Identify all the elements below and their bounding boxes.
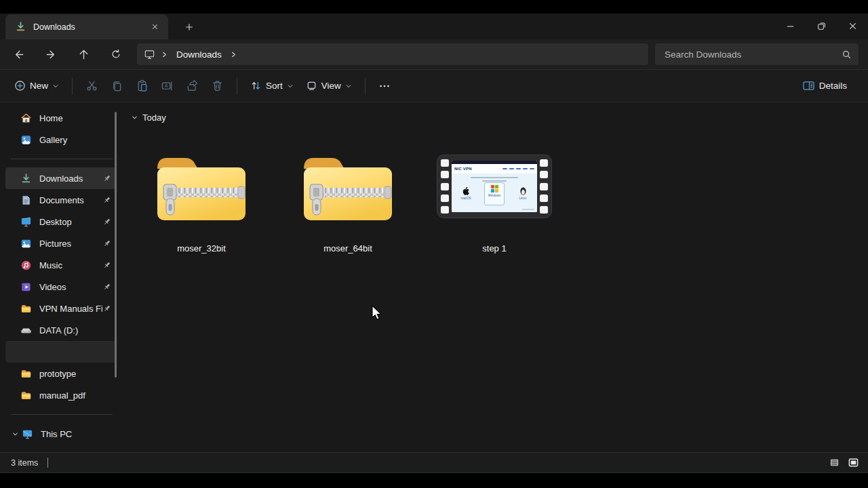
more-options-button[interactable] <box>372 74 397 98</box>
sidebar-item-label: Music <box>39 260 102 270</box>
pin-icon <box>102 261 111 270</box>
sidebar-item-music[interactable]: Music <box>5 254 115 276</box>
sidebar-item-label: prototype <box>39 369 111 379</box>
chevron-down-icon <box>129 112 140 123</box>
sidebar-item-home[interactable]: Home <box>5 107 115 129</box>
navigation-bar: Downloads <box>0 39 868 70</box>
close-window-button[interactable] <box>837 14 868 38</box>
content-area: HomeGallery DownloadsDocumentsDesktopPic… <box>0 102 868 452</box>
sort-button[interactable]: Sort <box>244 74 300 98</box>
chevron-right-icon[interactable] <box>161 51 168 58</box>
sidebar-item-gallery[interactable]: Gallery <box>5 129 115 150</box>
breadcrumb-segment-downloads[interactable]: Downloads <box>174 48 224 61</box>
command-toolbar: New A Sort <box>0 70 868 102</box>
sidebar-item-label: DATA (D:) <box>39 325 111 336</box>
folder-icon <box>20 303 32 314</box>
sidebar-item-this-pc[interactable]: This PC <box>5 423 115 445</box>
drive-icon <box>20 325 32 336</box>
filmstrip-holes <box>441 159 449 214</box>
music-icon <box>20 260 32 271</box>
back-button[interactable] <box>7 43 30 66</box>
refresh-button[interactable] <box>104 43 127 66</box>
sort-button-label: Sort <box>266 81 283 91</box>
svg-text:A: A <box>165 83 168 89</box>
chevron-down-icon <box>287 83 294 89</box>
sidebar-item-downloads[interactable]: Downloads <box>5 167 115 189</box>
view-icon <box>306 80 317 92</box>
chevron-right-icon[interactable] <box>230 51 237 58</box>
view-button[interactable]: View <box>300 74 358 98</box>
os-card-macos: macOS <box>456 184 476 207</box>
sidebar-item-label: Gallery <box>39 135 111 145</box>
thumbnail-site-title: NIC VPN <box>454 167 472 171</box>
toolbar-divider <box>72 78 73 94</box>
sidebar-item-prototype[interactable]: prototype <box>5 363 115 384</box>
search-icon[interactable] <box>842 49 852 60</box>
new-button[interactable]: New <box>8 74 65 98</box>
pin-icon <box>102 218 111 226</box>
up-button[interactable] <box>72 43 95 66</box>
sidebar-item-label: manual_pdf <box>39 390 111 401</box>
file-item-moser_32bit[interactable]: moser_32bit <box>134 135 269 258</box>
os-card-linux: Linux <box>513 184 533 207</box>
paste-button[interactable] <box>130 74 155 98</box>
gallery-icon <box>20 134 32 146</box>
minimize-button[interactable] <box>774 14 806 38</box>
large-icons-view-toggle[interactable] <box>845 455 861 470</box>
video-thumbnail: NIC VPNmacOSWindowsLinux <box>452 161 537 212</box>
status-divider <box>47 458 48 468</box>
sidebar-item-vpn-manuals-fina[interactable]: VPN Manuals Fina <box>5 298 115 319</box>
file-name-label: step 1 <box>482 243 506 253</box>
sidebar-item-data-d[interactable]: DATA (D:) <box>5 319 115 341</box>
sidebar-item-videos[interactable]: Videos <box>5 276 115 298</box>
windows-logo-icon <box>491 185 498 192</box>
zip-folder-icon <box>151 147 252 226</box>
file-list-area: Today moser_32bitmoser_64bitNIC VPNmacOS… <box>123 102 868 452</box>
sidebar-item-pictures[interactable]: Pictures <box>5 232 115 254</box>
sidebar-item-documents[interactable]: Documents <box>5 189 115 211</box>
sidebar-item-label: This PC <box>41 429 111 439</box>
item-count: 3 items <box>11 458 38 468</box>
explorer-tab-downloads[interactable]: Downloads <box>5 14 168 39</box>
new-tab-button[interactable] <box>179 17 199 37</box>
forward-button[interactable] <box>39 43 62 66</box>
group-header-label: Today <box>142 113 166 123</box>
address-bar[interactable]: Downloads <box>137 43 648 65</box>
tab-close-button[interactable] <box>146 19 163 35</box>
sidebar-item-label: Home <box>39 113 111 123</box>
file-item-moser_64bit[interactable]: moser_64bit <box>280 135 416 258</box>
group-header-today[interactable]: Today <box>129 109 868 125</box>
sidebar-divider <box>11 159 113 159</box>
plus-circle-icon <box>14 80 26 92</box>
this-pc-icon <box>22 428 33 440</box>
file-explorer-window: Downloads <box>0 14 868 473</box>
desktop-icon <box>20 216 32 228</box>
copy-button[interactable] <box>104 74 130 98</box>
sidebar-scrollbar[interactable] <box>115 112 117 378</box>
videos-icon <box>20 281 32 293</box>
file-item-step-1[interactable]: NIC VPNmacOSWindowsLinuxstep 1 <box>427 135 562 258</box>
cut-button[interactable] <box>79 74 104 98</box>
sidebar-item-desktop[interactable]: Desktop <box>5 211 115 232</box>
search-box[interactable] <box>655 43 859 65</box>
delete-button[interactable] <box>205 74 230 98</box>
sidebar-item-label: Downloads <box>39 174 102 184</box>
toolbar-divider <box>365 78 366 94</box>
details-pane-icon <box>802 80 815 92</box>
pin-icon <box>102 239 111 248</box>
share-button[interactable] <box>180 74 205 98</box>
maximize-restore-button[interactable] <box>806 14 837 38</box>
details-view-toggle[interactable] <box>826 455 842 470</box>
chevron-down-icon[interactable] <box>9 428 20 439</box>
sidebar-item-manual-pdf[interactable]: manual_pdf <box>5 384 115 406</box>
details-button[interactable]: Details <box>796 74 857 98</box>
toolbar-divider <box>237 78 237 94</box>
rename-button[interactable]: A <box>155 74 180 98</box>
sidebar-item-empty[interactable] <box>5 341 115 363</box>
file-name-label: moser_32bit <box>177 243 226 253</box>
search-input[interactable] <box>665 49 842 60</box>
sort-arrows-icon <box>250 80 262 92</box>
zip-folder-icon <box>297 147 399 226</box>
pin-icon <box>102 304 111 313</box>
pin-icon <box>102 283 111 291</box>
